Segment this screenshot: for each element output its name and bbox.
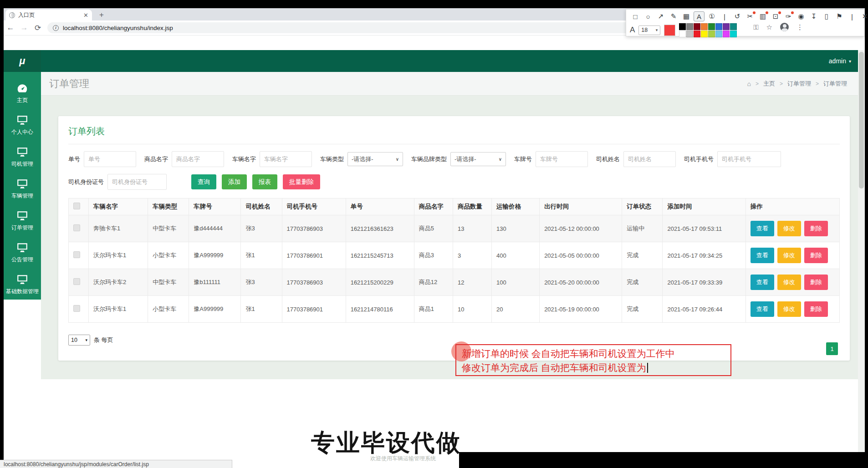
palette-color[interactable]: [686, 23, 693, 30]
palette-color[interactable]: [723, 23, 730, 30]
forward-button[interactable]: →: [17, 23, 31, 32]
bookmark-star-icon[interactable]: ☆: [766, 23, 772, 31]
select-all-checkbox[interactable]: [73, 203, 80, 209]
delete-button[interactable]: 删除: [804, 248, 828, 263]
view-button[interactable]: 查看: [751, 301, 774, 317]
font-size-select[interactable]: 18 ▾: [638, 25, 660, 35]
breadcrumb-item[interactable]: 主页: [763, 80, 775, 88]
page-number-button[interactable]: 1: [826, 342, 838, 355]
sidebar-item[interactable]: 主页: [4, 77, 41, 109]
edit-button[interactable]: 修改: [777, 275, 801, 290]
palette-color[interactable]: [715, 31, 722, 37]
new-tab-button[interactable]: +: [97, 10, 107, 20]
palette-color[interactable]: [701, 23, 708, 30]
annotation-tool-icon[interactable]: ①: [706, 11, 717, 21]
scrollbar-thumb[interactable]: [859, 52, 864, 188]
browser-tab[interactable]: 入口页 ✕: [5, 10, 92, 20]
annotation-tool-icon[interactable]: ◉: [796, 11, 807, 21]
annotation-tool-icon[interactable]: ○: [643, 11, 654, 21]
annotation-tool-icon[interactable]: |: [847, 11, 858, 21]
row-checkbox[interactable]: [73, 278, 80, 285]
row-checkbox[interactable]: [73, 251, 80, 258]
sidebar-item[interactable]: 车辆管理: [4, 173, 41, 205]
action-button[interactable]: 批量删除: [283, 174, 320, 189]
annotation-tool-icon[interactable]: A: [694, 11, 705, 21]
sidebar-item[interactable]: 基础数据管理: [4, 269, 41, 300]
annotation-tool-icon[interactable]: ✂: [745, 11, 756, 21]
palette-color[interactable]: [694, 23, 700, 30]
select-caret-icon: ▾: [85, 338, 87, 342]
row-checkbox[interactable]: [73, 224, 80, 231]
annotation-tool-icon[interactable]: ⚑: [834, 11, 845, 21]
filter-input[interactable]: [623, 151, 676, 167]
breadcrumb-item[interactable]: 订单管理: [787, 80, 811, 88]
action-button[interactable]: 查询: [191, 174, 216, 189]
view-button[interactable]: 查看: [751, 275, 774, 290]
filter-input[interactable]: [84, 151, 136, 167]
palette-color[interactable]: [701, 31, 708, 37]
annotation-tool-icon[interactable]: ✎: [668, 11, 679, 21]
palette-color[interactable]: [730, 23, 737, 30]
back-button[interactable]: ←: [4, 23, 17, 32]
annotation-tool-icon[interactable]: ↗: [655, 11, 666, 21]
edit-button[interactable]: 修改: [777, 221, 801, 236]
delete-button[interactable]: 删除: [804, 275, 828, 290]
palette-color[interactable]: [679, 23, 686, 30]
scrollbar[interactable]: [858, 50, 865, 468]
column-header: 商品名字: [414, 198, 453, 215]
annotation-tool-icon[interactable]: ↺: [732, 11, 743, 21]
palette-color[interactable]: [679, 31, 686, 37]
annotation-tool-icon[interactable]: ✑: [783, 11, 794, 21]
annotation-tool-icon[interactable]: ↧: [808, 11, 819, 21]
annotation-tools-row: □ ○ ↗ ✎ ▦ A ① | ↺ ✂: [626, 10, 864, 23]
palette-color[interactable]: [715, 23, 722, 30]
action-button[interactable]: 添加: [222, 174, 247, 189]
annotation-tool-icon[interactable]: □: [630, 11, 641, 21]
annotation-tool-icon[interactable]: |: [719, 11, 730, 21]
breadcrumb-item[interactable]: 订单管理: [823, 80, 847, 88]
page-info-icon[interactable]: i: [53, 25, 59, 31]
filter-input[interactable]: [717, 151, 781, 167]
palette-color[interactable]: [723, 31, 730, 37]
annotation-tool-icon[interactable]: ▥: [757, 11, 768, 21]
palette-color[interactable]: [708, 23, 715, 30]
palette-color[interactable]: [730, 31, 737, 37]
table-cell: 2021-05-05 00:00:00: [540, 242, 622, 269]
row-checkbox[interactable]: [73, 305, 80, 312]
user-menu[interactable]: admin ▾: [829, 57, 851, 65]
annotation-tool-icon[interactable]: ▦: [681, 11, 692, 21]
filter-select[interactable]: -请选择- ∨: [347, 152, 403, 166]
palette-color[interactable]: [708, 31, 715, 37]
filter-select[interactable]: -请选择- ∨: [450, 152, 506, 166]
sidebar-item[interactable]: 公告管理: [4, 237, 41, 269]
annotation-tool-icon[interactable]: ⊡: [770, 11, 781, 21]
annotation-tool-icon[interactable]: ✕: [859, 11, 868, 21]
driver-id-input[interactable]: [107, 174, 167, 190]
delete-button[interactable]: 删除: [804, 301, 828, 317]
edit-button[interactable]: 修改: [777, 248, 801, 263]
action-button[interactable]: 报表: [252, 174, 277, 189]
current-color-swatch[interactable]: [664, 25, 675, 36]
view-button[interactable]: 查看: [751, 221, 774, 236]
app-logo[interactable]: μ: [4, 50, 41, 72]
sidebar-item[interactable]: 个人中心: [4, 109, 41, 141]
table-cell: 12: [453, 269, 491, 296]
password-key-icon[interactable]: ⚿: [753, 23, 758, 31]
palette-color[interactable]: [694, 31, 700, 37]
reload-button[interactable]: ⟳: [31, 23, 45, 33]
filter-input[interactable]: [260, 151, 312, 167]
delete-button[interactable]: 删除: [804, 221, 828, 236]
edit-button[interactable]: 修改: [777, 301, 801, 317]
filter-input[interactable]: [536, 151, 588, 167]
sidebar-item[interactable]: 订单管理: [4, 205, 41, 237]
tab-close-icon[interactable]: ✕: [83, 12, 88, 19]
palette-color[interactable]: [686, 31, 693, 37]
annotation-tool-icon[interactable]: ▯: [821, 11, 832, 21]
view-button[interactable]: 查看: [751, 248, 774, 263]
filter-input[interactable]: [172, 151, 224, 167]
sidebar-item[interactable]: 司机管理: [4, 141, 41, 173]
profile-avatar[interactable]: [780, 23, 789, 31]
table-cell: 张1: [241, 242, 282, 269]
chrome-menu-icon[interactable]: ⋮: [797, 23, 803, 31]
per-page-select[interactable]: 10 ▾: [68, 335, 90, 346]
